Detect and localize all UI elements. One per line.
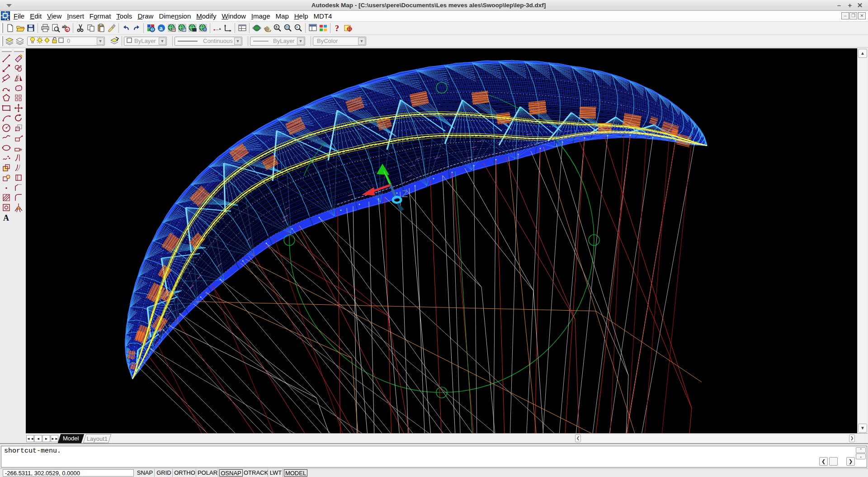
svg-text:Z: Z bbox=[402, 188, 408, 199]
svg-text:c: c bbox=[66, 28, 68, 32]
svg-text:?: ? bbox=[335, 24, 339, 33]
svg-text:A: A bbox=[3, 213, 9, 222]
svg-text:±: ± bbox=[275, 25, 278, 29]
svg-text:a: a bbox=[159, 25, 163, 32]
